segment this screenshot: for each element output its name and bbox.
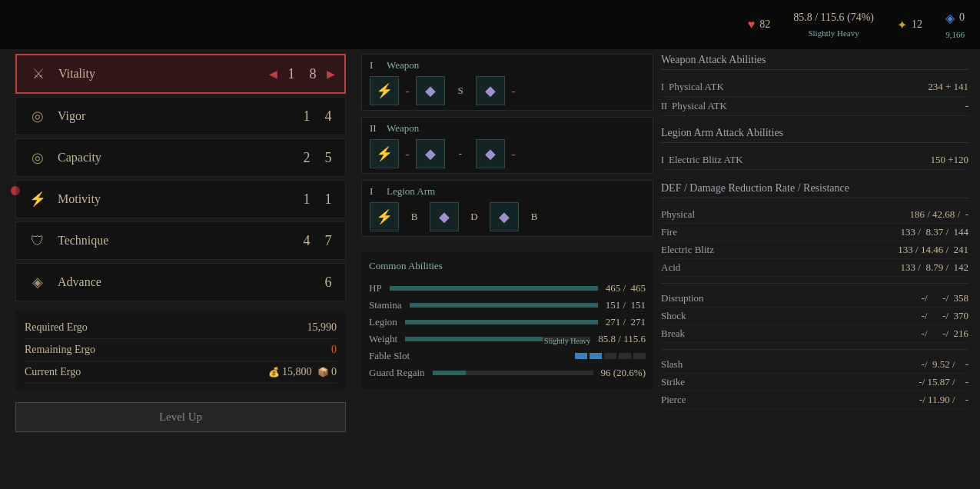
weight-value: 85.8 / 115.6 (74%) (793, 12, 874, 24)
center-panel: I Weapon ⚡ - ◆ S ◆ - II Weapon ⚡ - ◆ - ◆… (361, 54, 653, 481)
stat-row-vigor[interactable]: ◎ Vigor 1 4 (15, 97, 346, 135)
weight-display: 85.8 / 115.6 (74%) Slightly Heavy (793, 12, 874, 38)
break-row: Break -/ -/ 216 (661, 325, 968, 343)
elec-def-row: Electric Blitz 133 / 14.46 / 241 (661, 241, 968, 259)
weight-value: 85.8 / 115.6 (598, 333, 646, 345)
weapon-2-dash1: - (405, 146, 410, 162)
weight-bar-container: Slightly Heavy (405, 337, 590, 341)
weapon-1-grade: S (451, 82, 470, 100)
stat-row-technique[interactable]: 🛡 Technique 4 7 (15, 221, 346, 260)
weapon-1-roman: I (370, 59, 380, 72)
guard-regain-row: Guard Regain 96 (20.6%) (369, 364, 646, 381)
strike-row: Strike -/ 15.87 / - (661, 374, 968, 391)
capacity-label: Capacity (58, 151, 299, 165)
weight-bar-status: Slightly Heavy (544, 337, 590, 345)
ergo-section: Required Ergo 15,990 Remaining Ergo 0 Cu… (15, 311, 346, 390)
weapon-1-dash1: - (405, 83, 410, 99)
stat-row-vitality[interactable]: ⚔ Vitality ◀ 1 8 ▶ (15, 54, 346, 94)
phys-atk-2-label: II Physical ATK (661, 100, 727, 112)
elec-def-label: Electric Blitz (661, 244, 861, 256)
phys-atk-2-row: II Physical ATK - (661, 97, 968, 116)
legion-bar-container (405, 320, 598, 324)
motivity-val1: 1 (299, 191, 314, 208)
vitality-icon: ⚔ (26, 62, 51, 86)
capacity-icon: ◎ (25, 145, 50, 170)
break-value: -/ -/ 216 (861, 328, 968, 340)
legion-label: Legion (369, 316, 397, 328)
elec-def-value: 133 / 14.46 / 241 (861, 244, 968, 256)
weight-status: Slightly Heavy (808, 28, 859, 38)
strike-label: Strike (661, 376, 861, 388)
legion-arm-row: ⚡ B ◆ D ◆ B (370, 202, 645, 231)
top-hud: ♥ 82 85.8 / 115.6 (74%) Slightly Heavy ✦… (0, 0, 980, 49)
required-ergo-row: Required Ergo 15,990 (25, 317, 337, 339)
weapon-2-row: ⚡ - ◆ - ◆ - (370, 139, 645, 168)
stamina-label: Stamina (369, 299, 402, 311)
legion-arm-roman: I (370, 185, 380, 198)
def-separator2 (661, 349, 968, 350)
vitality-label: Vitality (58, 67, 269, 81)
hp-value: 82 (759, 18, 770, 31)
stamina-value: 151 / 151 (606, 299, 646, 311)
weight-row: Weight Slightly Heavy 85.8 / 115.6 (369, 331, 646, 348)
vitality-val2: 8 (305, 66, 321, 82)
weapon-2-gem-icon: ◆ (416, 139, 445, 168)
vigor-val2: 4 (321, 108, 336, 125)
weapon-slot-1: I Weapon ⚡ - ◆ S ◆ - (361, 54, 653, 111)
weapon-attack-title: Weapon Attack Abilities (661, 54, 968, 70)
required-ergo-value: 15,990 (307, 321, 337, 334)
remaining-ergo-value: 0 (331, 344, 337, 356)
guard-regain-label: Guard Regain (369, 367, 425, 379)
vigor-values: 1 4 (299, 108, 336, 125)
stamina-bar (410, 303, 598, 308)
vitality-values: ◀ 1 8 ▶ (269, 66, 335, 82)
vigor-icon: ◎ (25, 104, 50, 128)
blue-icon: ◈ (945, 11, 955, 25)
guard-regain-bar-container (433, 371, 593, 375)
guard-regain-value: 96 (20.6%) (601, 367, 646, 379)
stat-row-motivity[interactable]: ⚡ Motivity 1 1 (15, 180, 346, 218)
legion-attack-section: Legion Arm Attack Abilities I Electric B… (661, 127, 968, 170)
legion-arm-gem-icon: ◆ (430, 202, 459, 231)
phys-atk-1-label: I Physical ATK (661, 81, 724, 93)
weapon-attack-section: Weapon Attack Abilities I Physical ATK 2… (661, 54, 968, 116)
vitality-left-arrow[interactable]: ◀ (269, 68, 277, 81)
weapon-1-gem-icon: ◆ (416, 76, 445, 105)
stat-row-advance[interactable]: ◈ Advance 6 (15, 263, 346, 301)
blue-sub: 9,166 (945, 30, 965, 39)
required-ergo-label: Required Ergo (25, 321, 88, 334)
right-panel: Weapon Attack Abilities I Physical ATK 2… (661, 54, 968, 481)
weapon-1-row: ⚡ - ◆ S ◆ - (370, 76, 645, 105)
capacity-val2: 5 (321, 150, 336, 166)
level-up-button[interactable]: Level Up (15, 402, 346, 432)
disruption-row: Disruption -/ -/ 358 (661, 290, 968, 308)
weapon-1-header: I Weapon (370, 59, 645, 72)
advance-icon: ◈ (25, 270, 50, 294)
stat-row-capacity[interactable]: ◎ Capacity 2 5 (15, 138, 346, 177)
hp-label: HP (369, 282, 382, 294)
fable-dot-4 (619, 353, 631, 359)
gold-icon: ✦ (897, 18, 907, 32)
weapon-2-header: II Weapon (370, 122, 645, 135)
legion-arm-grade3: B (525, 208, 543, 226)
phys-atk-1-value: 234 + 141 (928, 81, 968, 93)
weapon-1-gem2-icon: ◆ (476, 76, 505, 105)
weapon-slot-2: II Weapon ⚡ - ◆ - ◆ - (361, 117, 653, 174)
vitality-right-arrow[interactable]: ▶ (327, 68, 335, 81)
weapon-1-ability-icon: ⚡ (370, 76, 399, 105)
acid-def-label: Acid (661, 261, 861, 274)
acid-def-row: Acid 133 / 8.79 / 142 (661, 259, 968, 277)
legion-bar (405, 320, 598, 324)
weapon-1-dash2: - (511, 83, 516, 99)
disruption-value: -/ -/ 358 (861, 292, 968, 304)
technique-val1: 4 (299, 233, 314, 249)
fable-dot-2 (590, 353, 602, 359)
current-ergo-value: 💰 15,800 📦 0 (268, 366, 337, 378)
pierce-label: Pierce (661, 394, 861, 406)
capacity-values: 2 5 (299, 150, 336, 166)
weapon-2-ability-icon: ⚡ (370, 139, 399, 168)
hp-row: HP 465 / 465 (369, 280, 646, 297)
hp-display: ♥ 82 (748, 18, 771, 32)
shock-value: -/ -/ 370 (861, 310, 968, 322)
weapon-2-grade: - (451, 145, 470, 163)
